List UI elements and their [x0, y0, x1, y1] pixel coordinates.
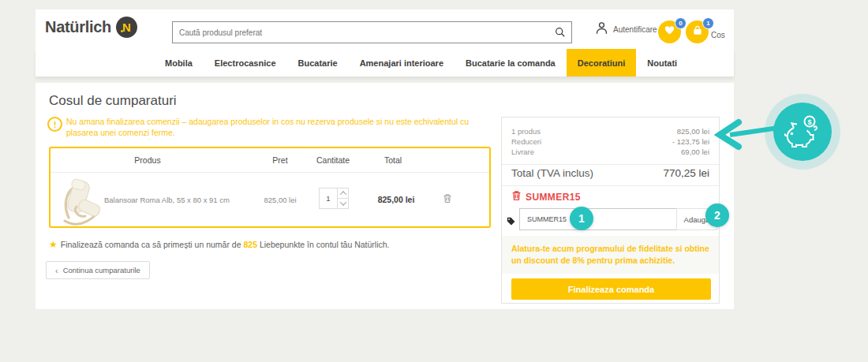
points-note-after: Liebepunkte în contul tău Natürlich.	[260, 240, 390, 249]
remove-product-button[interactable]	[443, 192, 452, 207]
brand-name: Natürlich	[45, 18, 111, 36]
points-note-before: Finalizează comanda ca să primești un nu…	[61, 240, 241, 249]
column-header-price: Pret	[272, 155, 287, 165]
quantity-increase-button[interactable]	[338, 188, 348, 198]
chevron-left-icon: ‹	[55, 266, 58, 275]
annotation-callout-2: 2	[705, 203, 729, 227]
summary-lines: 1 produs 825,00 lei Reduceri - 123,75 le…	[502, 118, 719, 165]
product-image[interactable]	[57, 177, 104, 226]
nav-item-mobila[interactable]: Mobila	[154, 49, 204, 77]
continue-shopping-button[interactable]: ‹ Continua cumparaturile	[46, 261, 150, 279]
chevron-up-icon	[339, 191, 346, 197]
total-value: 770,25 lei	[663, 167, 709, 179]
cart-table: Produs Pret Cantitate Total	[49, 147, 491, 228]
checkout-button[interactable]: Finalizeaza comanda	[511, 278, 711, 300]
quantity-stepper: 1	[319, 188, 349, 209]
heart-icon	[664, 24, 675, 39]
quantity-controls	[337, 188, 348, 208]
svg-text:$: $	[807, 118, 811, 126]
summary-value: 825,00 lei	[677, 126, 709, 136]
login-label: Autentificare	[613, 25, 657, 34]
brand-logo[interactable]: Natürlich N	[45, 17, 137, 38]
cart-label: Cos	[711, 31, 725, 39]
warning-message: Nu amana finalizarea comenzii – adaugare…	[66, 116, 496, 138]
nav-item-noutati[interactable]: Noutati	[636, 49, 688, 77]
tag-icon	[507, 215, 515, 229]
product-name[interactable]: Balansoar Roma Alb, 55 x 80 x 91 cm	[104, 196, 270, 204]
order-summary-panel: 1 produs 825,00 lei Reduceri - 123,75 le…	[501, 117, 720, 304]
cart-page: Cosul de cumparaturi ! Nu amana finaliza…	[36, 83, 734, 309]
annotation-callout-1: 1	[570, 207, 593, 230]
summary-value: 69,00 lei	[681, 147, 709, 157]
nav-item-amenajari-interioare[interactable]: Amenajari interioare	[349, 49, 455, 77]
loyalty-program-note: Alatura-te acum programului de fidelitat…	[502, 236, 719, 274]
total-row: Total (TVA inclus) 770,25 lei	[502, 161, 719, 186]
page-title: Cosul de cumparaturi	[49, 93, 177, 109]
product-total: 825,00 lei	[378, 195, 415, 204]
user-icon	[594, 21, 609, 39]
wishlist-count-badge: 0	[675, 17, 687, 29]
summary-label: Livrare	[511, 147, 534, 157]
quantity-value[interactable]: 1	[320, 188, 337, 208]
header: Natürlich N Autentificare 0	[36, 9, 734, 50]
applied-coupon-code: SUMMER15	[526, 192, 581, 203]
cart-count-badge: 1	[702, 17, 714, 29]
column-header-quantity: Cantitate	[316, 155, 350, 165]
column-header-total: Total	[384, 155, 402, 165]
column-header-product: Produs	[134, 155, 160, 165]
search-bar	[172, 21, 572, 43]
summary-line-shipping: Livrare 69,00 lei	[511, 147, 709, 157]
brand-badge-letter: N	[122, 21, 131, 34]
summary-line-products: 1 produs 825,00 lei	[511, 126, 709, 136]
nav-item-electrocasnice[interactable]: Electrocasnice	[204, 49, 287, 77]
nav-item-bucatarie-la-comanda[interactable]: Bucatarie la comanda	[455, 49, 567, 77]
product-price: 825,00 lei	[264, 196, 296, 204]
login-button[interactable]: Autentificare	[594, 21, 657, 39]
page: Natürlich N Autentificare 0	[0, 0, 868, 362]
summary-value: - 123,75 lei	[672, 136, 709, 147]
main-nav: Mobila Electrocasnice Bucatarie Amenajar…	[36, 49, 734, 77]
cart-table-header: Produs Pret Cantitate Total	[51, 148, 489, 173]
continue-shopping-label: Continua cumparaturile	[63, 266, 140, 274]
warning-icon: !	[47, 117, 62, 132]
points-value: 825	[243, 240, 257, 249]
summary-label: 1 produs	[511, 126, 541, 136]
total-label: Total (TVA inclus)	[511, 167, 593, 179]
summary-line-discounts: Reduceri - 123,75 lei	[511, 136, 709, 147]
remove-coupon-button[interactable]	[511, 190, 522, 203]
summary-label: Reduceri	[511, 136, 541, 147]
nav-item-decoratiuni[interactable]: Decoratiuni	[567, 49, 637, 77]
applied-coupon: SUMMER15	[511, 190, 581, 203]
brand-dot	[121, 30, 123, 32]
coupon-code-input[interactable]	[519, 208, 677, 230]
loyalty-points-note: ★Finalizează comanda ca să primești un n…	[49, 239, 390, 250]
star-icon: ★	[49, 239, 58, 250]
search-icon[interactable]	[549, 22, 571, 43]
shopping-bag-icon	[691, 24, 704, 40]
brand-badge-icon: N	[116, 17, 137, 38]
nav-item-bucatarie[interactable]: Bucatarie	[287, 49, 349, 77]
search-input[interactable]	[173, 28, 549, 37]
arrow-left-icon	[714, 117, 789, 156]
chevron-down-icon	[339, 199, 346, 205]
quantity-decrease-button[interactable]	[338, 198, 348, 208]
